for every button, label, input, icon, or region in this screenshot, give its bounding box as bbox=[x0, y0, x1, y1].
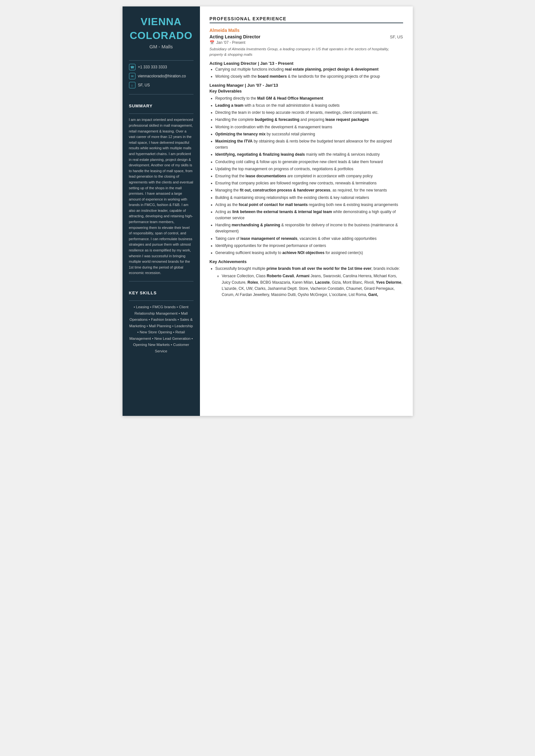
bullet-item: Identifying, negotiating & finalizing le… bbox=[215, 151, 403, 158]
phone-contact: ☎ +1 333 333 3333 bbox=[129, 64, 193, 70]
last-name: COLORADO bbox=[129, 30, 193, 41]
location-icon: ⌂ bbox=[129, 82, 135, 88]
email-address: viennacolorado@hiration.co bbox=[138, 74, 186, 78]
bullet-item: Working closely with the board members &… bbox=[215, 73, 403, 80]
job-location: SF, US bbox=[390, 35, 403, 39]
bullet-item: Taking care of lease management of renew… bbox=[215, 236, 403, 242]
bullet-item: Directing the team in order to keep accu… bbox=[215, 110, 403, 116]
bullet-item: Updating the top management on progress … bbox=[215, 166, 403, 172]
bullet-item: Generating sufficient leasing activity t… bbox=[215, 250, 403, 256]
calendar-icon: 📅 bbox=[210, 40, 214, 45]
bullet-item: Ensuring that the lease documentations a… bbox=[215, 173, 403, 179]
section-title-experience: PROFESSIONAL EXPERIENCE bbox=[210, 16, 403, 23]
bullet-item: Acting as the focal point of contact for… bbox=[215, 202, 403, 208]
brands-item: Versace Collection, Class Roberto Cavali… bbox=[222, 273, 403, 298]
brands-list: Versace Collection, Class Roberto Cavali… bbox=[215, 273, 403, 298]
location-contact: ⌂ SF, US bbox=[129, 82, 193, 88]
achievements-bullets: Successfully brought multiple prime bran… bbox=[210, 266, 403, 298]
bullet-item: Carrying out multiple functions includin… bbox=[215, 67, 403, 72]
key-achievements-heading: Key Achievements bbox=[210, 259, 403, 264]
skills-heading: KEY SKILLS bbox=[129, 290, 193, 295]
bullet-item: Handling the complete budgeting & foreca… bbox=[215, 117, 403, 123]
job-title-row: Acting Leasing Director SF, US bbox=[210, 34, 403, 39]
resume-page: VIENNA COLORADO GM - Malls ☎ +1 333 333 … bbox=[123, 7, 413, 416]
bullet-item: Reporting directly to the Mall GM & Head… bbox=[215, 95, 403, 101]
phone-number: +1 333 333 3333 bbox=[138, 65, 167, 69]
phone-icon: ☎ bbox=[129, 64, 135, 70]
job-subtitle: Subsidiary of Almeida Investments Group,… bbox=[210, 46, 403, 58]
skills-text: • Leasing • FMCG brands • Client Relatio… bbox=[129, 304, 193, 354]
bullet-item: Working in coordination with the develop… bbox=[215, 124, 403, 130]
sub-role-1: Acting Leasing Director | Jan '13 - Pres… bbox=[210, 61, 403, 66]
job-date: 📅 Jan '07 - Present bbox=[210, 40, 403, 45]
bullet-item: Conducting cold calling & follow ups to … bbox=[215, 159, 403, 165]
main-content: PROFESSIONAL EXPERIENCE Almeida Malls Ac… bbox=[200, 7, 413, 416]
date-range: Jan '07 - Present bbox=[216, 40, 245, 45]
location-text: SF, US bbox=[138, 83, 150, 87]
bullet-item: Identifying opportunities for the improv… bbox=[215, 243, 403, 249]
achievement-item: Successfully brought multiple prime bran… bbox=[215, 266, 403, 298]
summary-text: I am an impact oriented and experienced … bbox=[129, 117, 193, 276]
summary-heading: SUMMARY bbox=[129, 103, 193, 108]
company-name: Almeida Malls bbox=[210, 28, 403, 33]
sub-role-2: Leasing Manager | Jun '07 - Jan'13 bbox=[210, 83, 403, 88]
bullet-item: Optimizing the tenancy mix by successful… bbox=[215, 131, 403, 137]
bullet-item: Acting as link between the external tena… bbox=[215, 209, 403, 221]
role1-bullets: Carrying out multiple functions includin… bbox=[210, 67, 403, 80]
bullet-item: Handling merchandising & planning & resp… bbox=[215, 222, 403, 234]
sidebar: VIENNA COLORADO GM - Malls ☎ +1 333 333 … bbox=[123, 7, 200, 416]
bullet-item: Maximizing the ITVA by obtaining deals &… bbox=[215, 138, 403, 150]
role2-bullets: Reporting directly to the Mall GM & Head… bbox=[210, 95, 403, 256]
bullet-item: Leading a team with a focus on the mall … bbox=[215, 102, 403, 109]
email-icon: ✉ bbox=[129, 73, 135, 79]
role-title: GM - Malls bbox=[129, 44, 193, 49]
bullet-item: Building & maintaining strong relationsh… bbox=[215, 195, 403, 201]
email-contact: ✉ viennacolorado@hiration.co bbox=[129, 73, 193, 79]
first-name: VIENNA bbox=[129, 16, 193, 27]
bullet-item: Managing the fit out, construction proce… bbox=[215, 187, 403, 193]
key-deliverables-label: Key Deliverables bbox=[210, 89, 403, 94]
bullet-item: Ensuring that company policies are follo… bbox=[215, 180, 403, 186]
job-title: Acting Leasing Director bbox=[210, 34, 261, 39]
